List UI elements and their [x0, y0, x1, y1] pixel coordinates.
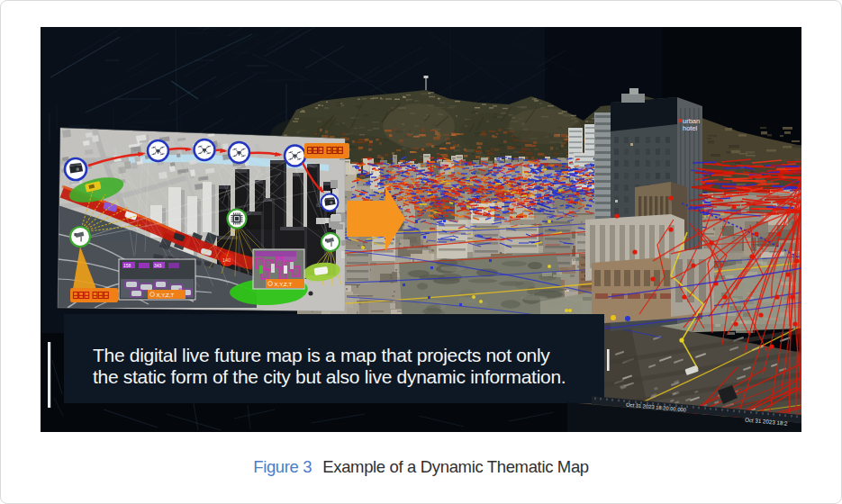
- svg-text:X,Y,Z,T: X,Y,Z,T: [275, 282, 293, 287]
- svg-text:hotel: hotel: [683, 124, 698, 132]
- svg-text:The digital live future map is: The digital live future map is a map tha…: [93, 345, 550, 365]
- svg-text:X,Y,Z,T: X,Y,Z,T: [157, 292, 175, 298]
- svg-text:158: 158: [123, 263, 131, 268]
- svg-text:343: 343: [154, 263, 162, 268]
- svg-text:the static form of the city bu: the static form of the city but also liv…: [93, 366, 566, 387]
